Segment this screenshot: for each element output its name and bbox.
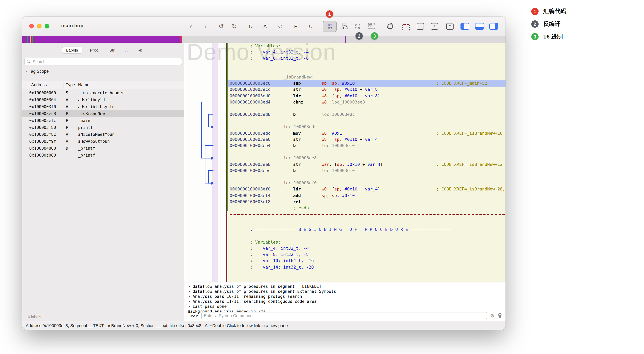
header-address[interactable]: Address [31, 82, 47, 87]
label-address: 0x100000364 [29, 97, 56, 102]
disassembly-view[interactable]: Demo Version [184, 43, 506, 282]
asm-line[interactable]: 0000000100003eccstrw0, [sp, #0x10 + var_… [228, 87, 506, 93]
right-panel-icon [489, 23, 498, 30]
label-row[interactable]: 0x100000000S__mh_execute_header [22, 89, 184, 96]
close-button[interactable] [29, 24, 34, 28]
toggle-bottom-panel-button[interactable] [474, 20, 485, 32]
header-type[interactable]: Type [66, 82, 75, 87]
zoom-button[interactable] [45, 24, 49, 28]
problems-icon: ! [431, 23, 438, 30]
label-row[interactable]: 0x1000003f0AaUsrliblibsyste [22, 103, 184, 110]
procedure-button[interactable]: P [290, 20, 302, 32]
data-button[interactable]: D [245, 20, 256, 32]
navigation-bar[interactable] [22, 36, 506, 43]
label-address: 0x100003f80 [29, 125, 56, 130]
code-line: ; var_14: int32_t, -20 [228, 264, 506, 270]
bytes-button[interactable]: ⋯ [414, 20, 426, 32]
asm-line[interactable]: 0000000100003ee8strwzr, [sp, #0x10 + var… [228, 162, 506, 168]
asm-line[interactable]: 0000000100003ee4bloc_100003ef0 [228, 143, 506, 149]
legend-item: 1汇编代码 [531, 8, 566, 15]
asm-line[interactable]: 0000000100003ef8ret [228, 199, 506, 205]
back-button[interactable]: ‹ [185, 20, 196, 32]
cpu-mode-button[interactable] [384, 20, 396, 32]
pseudocode-view-button[interactable]: if(b) f(b); [352, 20, 364, 32]
label-row[interactable]: 0x10000c000_printf [22, 152, 184, 158]
scope-icon[interactable]: ◉ [136, 47, 144, 53]
legend-label: 16 进制 [543, 33, 563, 40]
pseudo-line1: if(b) [355, 24, 362, 26]
code-line: ; ================ B E G I N N I N G O F… [228, 227, 506, 233]
label-row[interactable]: 0x100003ec8P_isBrandNew [22, 110, 184, 117]
forward-icon: › [204, 22, 206, 30]
hex-line2: 786572 [368, 25, 375, 27]
sidebar-filter-tabs: Labels Proc. Str ☆ ◉ [22, 46, 184, 54]
code-line: ; var_4: int32_t, -4 [228, 246, 506, 252]
hex-view-button[interactable]: 489F70 786572 2B4469 [365, 20, 378, 32]
redo-button[interactable]: ↻ [228, 20, 240, 32]
header-name[interactable]: Name [78, 82, 90, 87]
asm-line[interactable]: 0000000100003ed4cbnzw8, loc_100003ee8 [228, 99, 506, 105]
asm-line[interactable]: 0000000100003ef4addsp, sp, #0x10 [228, 192, 506, 199]
label-row[interactable]: 0x100003f80Pprintf [22, 124, 184, 131]
code-line: ; endp [228, 205, 506, 211]
tab-procedures[interactable]: Proc. [88, 47, 102, 53]
python-console[interactable]: > dataflow analysis of procedures in seg… [184, 282, 506, 321]
undo-button[interactable]: ↺ [216, 20, 227, 32]
segments-button[interactable] [400, 20, 411, 32]
label-row[interactable]: 0x100003f9fAaHowAboutYoun [22, 138, 184, 145]
segments-icon [402, 24, 410, 31]
code-line [228, 62, 506, 68]
tab-strings[interactable]: Str [107, 47, 117, 53]
minimize-button[interactable] [37, 24, 42, 28]
column-divider [63, 82, 64, 88]
legend-number-icon: 2 [531, 20, 538, 28]
assembly-view-button[interactable]: mov add [323, 20, 336, 32]
badge-number: 3 [373, 33, 376, 39]
hopper-window: main.hop ‹ › ↺ ↻ D A C P U mov add [22, 16, 506, 330]
tag-scope-disclosure[interactable]: › Tag Scope [26, 69, 49, 74]
asm-line[interactable]: 0000000100003ee0strw8, [sp, #0x10 + var_… [228, 136, 506, 143]
asm-label-line[interactable]: loc_100003edc: [228, 124, 506, 130]
toggle-left-panel-button[interactable] [459, 20, 470, 32]
code-line [228, 214, 506, 220]
asm-line[interactable]: 0000000100003ec8subsp, sp, #0x10; CODE X… [228, 80, 506, 86]
search-input[interactable] [32, 59, 180, 64]
toggle-right-panel-button[interactable] [488, 20, 499, 32]
clear-console-icon[interactable]: ⊗ [490, 313, 494, 318]
code-button-label: C [278, 23, 282, 29]
label-address: 0x100000000 [29, 90, 56, 95]
undefine-button[interactable]: U [305, 20, 316, 32]
forward-button[interactable]: › [200, 20, 211, 32]
code-button[interactable]: C [274, 20, 286, 32]
labels-table-header[interactable]: Address Type Name [22, 81, 184, 89]
asm-line[interactable]: 0000000100003ef0ldrw0, [sp, #0x10 + var_… [228, 186, 506, 192]
asm-label-line[interactable]: _isBrandNew: [228, 74, 506, 80]
asm-line[interactable]: 0000000100003eecbloc_100003ef0 [228, 168, 506, 174]
asm-line[interactable]: 0000000100003ed8bloc_100003edc [228, 112, 506, 118]
ascii-button[interactable]: A [259, 20, 271, 32]
back-icon: ‹ [190, 22, 192, 30]
asm-line[interactable]: 0000000100003ed0ldrw8, [sp, #0x10 + var_… [228, 93, 506, 99]
search-field[interactable] [24, 58, 182, 66]
code-line [228, 233, 506, 239]
label-row[interactable]: 0x100004000D_printf [22, 145, 184, 152]
label-type: A [66, 132, 68, 136]
asm-label-line[interactable]: loc_100003ee8: [228, 155, 506, 162]
tab-labels[interactable]: Labels [62, 46, 82, 54]
cfg-view-button[interactable] [338, 20, 350, 32]
problems-button[interactable]: ! [428, 20, 440, 32]
favorites-star-icon[interactable]: ☆ [122, 47, 130, 53]
label-row[interactable]: 0x100000364AaUsrlibdyld [22, 96, 184, 103]
cpu-chip-icon [386, 22, 394, 30]
nav-segment-text [22, 36, 182, 43]
asm-line[interactable]: 0000000100003edcmovw8, #0x1; CODE XREF=_… [228, 130, 506, 136]
label-row[interactable]: 0x100003efcP_main [22, 117, 184, 124]
asm-label-line[interactable]: loc_100003ef0: [228, 180, 506, 186]
tags-button[interactable]: ≡ [444, 20, 456, 32]
python-command-input[interactable] [201, 312, 487, 319]
disassembly-listing: ; Variables:; var_4: int32_t, -4; var_8:… [228, 43, 506, 270]
trash-icon[interactable] [498, 313, 502, 318]
console-line: > dataflow analysis of procedures in seg… [188, 289, 506, 294]
console-line: > Analysis pass 11/11: searching contigu… [188, 299, 506, 304]
label-row[interactable]: 0x100003f8cAaNiceToMeetYoun [22, 131, 184, 138]
